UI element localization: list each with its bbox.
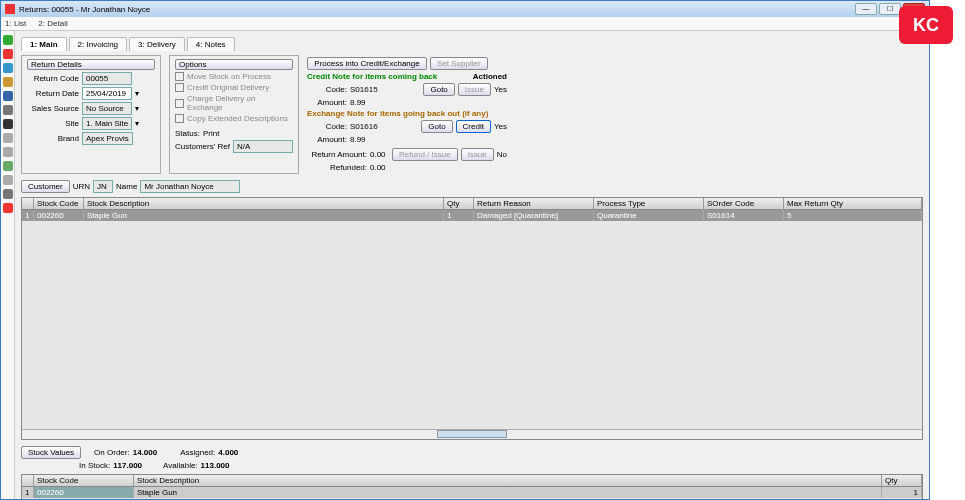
window-title: Returns: 00055 - Mr Jonathan Noyce [19,5,855,14]
actioned-label: Actioned [473,72,507,81]
col-process-type[interactable]: Process Type [594,198,704,209]
urn-field[interactable]: JN [93,180,113,193]
toolbar-icon[interactable] [3,91,13,101]
table-row[interactable]: 1 002260 Staple Gun 1 [22,487,922,498]
col-stock-code[interactable]: Stock Code [34,198,84,209]
table-row[interactable]: 1 002260 Staple Gun 1 Damaged [Quarantin… [22,210,922,221]
assigned-label: Assigned: [180,448,215,457]
return-details-button[interactable]: Return Details [27,59,155,70]
toolbar-icon[interactable] [3,133,13,143]
dropdown-icon[interactable]: ▾ [135,89,139,98]
copy-desc-label: Copy Extended Descriptions [187,114,288,123]
toolbar-icon[interactable] [3,49,13,59]
return-code-field: 00055 [82,72,132,85]
move-stock-label: Move Stock on Process [187,72,271,81]
available-value: 113.000 [201,461,230,470]
charge-exchange-label: Charge Delivery on Exchange [187,94,293,112]
credit-code-value: S01615 [350,85,378,94]
horizontal-scrollbar[interactable] [22,429,922,439]
credit-delivery-checkbox[interactable] [175,83,184,92]
issue-button[interactable]: Issue [458,83,491,96]
toolbar-icon[interactable] [3,161,13,171]
goto-button[interactable]: Goto [421,120,452,133]
col-stock-desc[interactable]: Stock Description [134,475,882,486]
col-stock-code[interactable]: Stock Code [34,475,134,486]
return-date-label: Return Date [27,89,79,98]
issue-button[interactable]: Issue [461,148,494,161]
process-button[interactable]: Process into Credit/Exchange [307,57,427,70]
credit-button[interactable]: Credit [456,120,491,133]
dropdown-icon[interactable]: ▾ [135,104,139,113]
toolbar-icon[interactable] [3,77,13,87]
toolbar-icon[interactable] [3,105,13,115]
return-amount-label: Return Amount: [307,150,367,159]
in-stock-value: 117.000 [113,461,142,470]
no-label: No [497,150,507,159]
name-field[interactable]: Mr Jonathan Noyce [140,180,240,193]
refunded-label: Refunded: [307,163,367,172]
toolbar-icon[interactable] [3,175,13,185]
on-order-value: 14.000 [133,448,157,457]
toolbar-icon[interactable] [3,147,13,157]
move-stock-checkbox[interactable] [175,72,184,81]
code-label: Code: [307,85,347,94]
credit-note-title: Credit Note for items coming back [307,72,437,81]
dropdown-icon[interactable]: ▾ [135,119,139,128]
refund-issue-button[interactable]: Refund / Issue [392,148,458,161]
credit-amount-value: 8.99 [350,98,366,107]
sales-source-label: Sales Source [27,104,79,113]
refunded-value: 0.00 [370,163,386,172]
tab-main[interactable]: 1: Main [21,37,67,51]
col-qty[interactable]: Qty [882,475,922,486]
return-date-field[interactable]: 25/04/2019 [82,87,132,100]
amount-label: Amount: [307,135,347,144]
toolbar-icon[interactable] [3,189,13,199]
credit-delivery-label: Credit Original Delivery [187,83,269,92]
customer-button[interactable]: Customer [21,180,70,193]
yes-label: Yes [494,85,507,94]
exchange-code-value: S01616 [350,122,378,131]
site-field[interactable]: 1. Main Site [82,117,132,130]
on-order-label: On Order: [94,448,130,457]
cust-ref-label: Customers' Ref [175,142,230,151]
col-return-reason[interactable]: Return Reason [474,198,594,209]
toolbar-icon[interactable] [3,63,13,73]
tab-invoicing[interactable]: 2: Invoicing [69,37,127,51]
return-code-label: Return Code [27,74,79,83]
yes-label: Yes [494,122,507,131]
toolbar-icon[interactable] [3,35,13,45]
toolbar-icon[interactable] [3,203,13,213]
name-label: Name [116,182,137,191]
app-icon [5,4,15,14]
maximize-button[interactable]: ☐ [879,3,901,15]
set-supplier-button[interactable]: Set Supplier [430,57,488,70]
amount-label: Amount: [307,98,347,107]
col-sorder-code[interactable]: SOrder Code [704,198,784,209]
goto-button[interactable]: Goto [423,83,454,96]
top-tab-detail[interactable]: 2: Detail [38,19,67,28]
col-qty[interactable]: Qty [444,198,474,209]
kc-logo: KC [899,6,953,44]
brand-field[interactable]: Apex Provis [82,132,133,145]
urn-label: URN [73,182,90,191]
exchange-note-title: Exchange Note for items going back out (… [307,109,488,118]
tab-delivery[interactable]: 3: Delivery [129,37,185,51]
sales-source-field[interactable]: No Source [82,102,132,115]
minimize-button[interactable]: — [855,3,877,15]
available-label: Available: [163,461,198,470]
copy-desc-checkbox[interactable] [175,114,184,123]
toolbar-icon[interactable] [3,119,13,129]
brand-label: Brand [27,134,79,143]
col-stock-desc[interactable]: Stock Description [84,198,444,209]
stock-values-button[interactable]: Stock Values [21,446,81,459]
code-label: Code: [307,122,347,131]
status-label: Status: [175,129,200,138]
cust-ref-field[interactable]: N/A [233,140,293,153]
stock-grid: Stock Code Stock Description Qty 1 00226… [21,474,923,499]
items-grid: Stock Code Stock Description Qty Return … [21,197,923,440]
top-tab-list[interactable]: 1: List [5,19,26,28]
tab-notes[interactable]: 4: Notes [187,37,235,51]
col-max-return[interactable]: Max Return Qty [784,198,922,209]
charge-exchange-checkbox[interactable] [175,99,184,108]
status-value: Print [203,129,219,138]
